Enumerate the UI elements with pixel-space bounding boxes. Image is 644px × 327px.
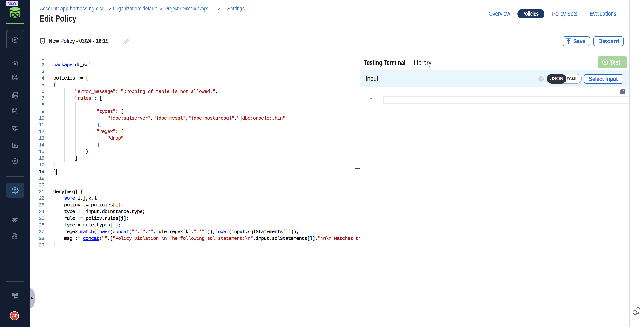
svg-text:?: ?: [14, 292, 16, 296]
